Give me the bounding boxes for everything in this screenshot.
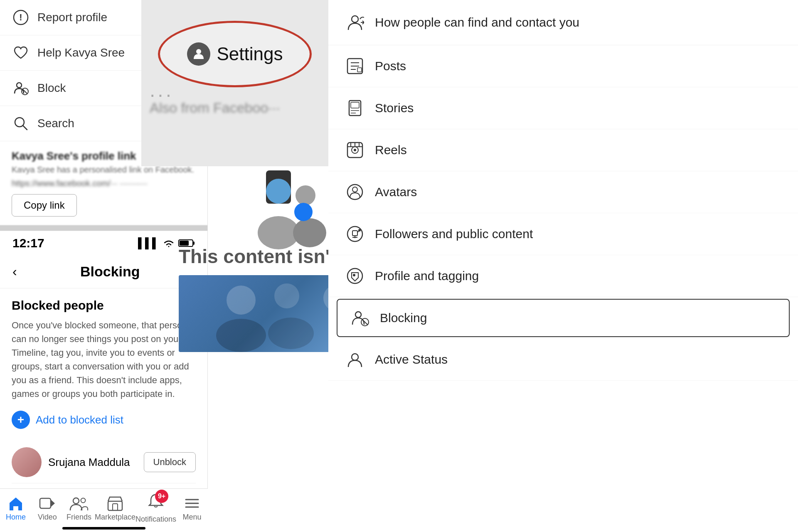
- user-block-icon: [12, 80, 29, 96]
- tag-icon: [345, 266, 365, 286]
- stories-label: Stories: [375, 101, 414, 115]
- svg-line-61: [362, 319, 368, 325]
- nav-friends[interactable]: Friends: [63, 495, 95, 522]
- svg-point-27: [227, 286, 256, 315]
- middle-settings-area: Settings Also from Faceboo··· ···: [141, 0, 328, 166]
- nav-marketplace[interactable]: Marketplace: [95, 495, 135, 522]
- settings-item-avatars[interactable]: Avatars: [328, 171, 798, 213]
- active-status-label: Active Status: [375, 352, 448, 367]
- video-icon: [39, 495, 56, 511]
- svg-point-32: [352, 16, 358, 22]
- posts-icon: [345, 56, 365, 76]
- svg-point-2: [17, 83, 22, 88]
- alert-circle-icon: !: [12, 9, 29, 26]
- blocking-label: Blocking: [380, 311, 427, 325]
- status-bar: 12:17 ▌▌▌: [0, 231, 207, 255]
- bottom-navigation: Home Video Friends: [0, 488, 208, 532]
- svg-point-30: [216, 319, 266, 352]
- user-name-srujana: Srujana Maddula: [48, 456, 137, 469]
- notification-badge: 9+: [155, 490, 168, 503]
- blocked-description: Once you've blocked someone, that person…: [12, 318, 196, 401]
- nav-home-label: Home: [6, 513, 26, 522]
- svg-rect-52: [352, 231, 357, 236]
- nav-notifications-label: Notifications: [135, 515, 176, 524]
- wifi-icon: [163, 238, 175, 248]
- home-indicator: [62, 527, 145, 530]
- settings-item-reels[interactable]: Reels: [328, 129, 798, 171]
- nav-friends-label: Friends: [66, 513, 91, 522]
- svg-point-28: [274, 283, 299, 308]
- svg-point-56: [358, 229, 361, 232]
- stories-icon: [345, 98, 365, 118]
- report-label: Report profile: [37, 11, 107, 24]
- svg-point-31: [268, 318, 314, 349]
- home-icon: [7, 495, 25, 511]
- svg-point-51: [347, 227, 362, 241]
- nav-menu[interactable]: Menu: [176, 495, 208, 522]
- back-button[interactable]: ‹: [12, 264, 17, 279]
- settings-item-posts[interactable]: Posts: [328, 45, 798, 87]
- search-label: Search: [37, 117, 74, 130]
- bell-icon: 9+: [148, 493, 164, 513]
- nav-home[interactable]: Home: [0, 495, 32, 522]
- settings-item-stories[interactable]: Stories: [328, 87, 798, 129]
- nav-menu-label: Menu: [183, 513, 202, 522]
- posts-label: Posts: [375, 59, 406, 73]
- svg-point-12: [73, 498, 79, 504]
- svg-rect-37: [357, 68, 362, 72]
- marketplace-icon: [106, 495, 124, 511]
- svg-line-6: [23, 126, 27, 130]
- settings-container: Settings: [154, 17, 316, 91]
- active-status-icon: [345, 350, 365, 369]
- status-time: 12:17: [12, 236, 44, 250]
- svg-point-50: [352, 187, 357, 192]
- profile-url: https://www.facebook.com/··· ···········…: [12, 179, 196, 188]
- settings-label: Settings: [217, 44, 283, 64]
- how-people-item[interactable]: How people can find and contact you: [328, 0, 798, 45]
- svg-point-59: [355, 312, 361, 318]
- svg-point-26: [294, 203, 313, 221]
- right-settings-panel: How people can find and contact you Post…: [328, 0, 798, 532]
- how-people-label: How people can find and contact you: [375, 15, 579, 30]
- reels-icon: [345, 140, 365, 160]
- menu-icon: [183, 495, 201, 511]
- signal-icon: ▌▌▌: [138, 237, 159, 249]
- blocked-user-row: Srujana Maddula Unblock: [12, 441, 196, 483]
- svg-rect-39: [351, 102, 359, 108]
- nav-marketplace-label: Marketplace: [95, 513, 135, 522]
- reels-label: Reels: [375, 143, 407, 157]
- nav-video[interactable]: Video: [32, 495, 63, 522]
- blocking-icon: [350, 308, 370, 328]
- svg-point-20: [196, 49, 201, 54]
- blocking-header: ‹ Blocking: [0, 255, 207, 288]
- profile-link-desc: Kavya Sree has a personalised link on Fa…: [12, 165, 196, 175]
- nav-notifications[interactable]: 9+ Notifications: [135, 493, 176, 524]
- add-to-blocked-list[interactable]: + Add to blocked list: [12, 411, 196, 429]
- svg-marker-11: [51, 500, 55, 507]
- blocking-title: Blocking: [25, 264, 195, 280]
- copy-link-button[interactable]: Copy link: [12, 194, 77, 217]
- settings-item-active-status[interactable]: Active Status: [328, 339, 798, 381]
- svg-rect-14: [108, 501, 122, 510]
- settings-item-followers[interactable]: Followers and public content: [328, 213, 798, 255]
- gray-divider: [0, 226, 207, 231]
- settings-item-profile-tagging[interactable]: Profile and tagging: [328, 255, 798, 297]
- add-icon: +: [12, 411, 30, 429]
- svg-rect-10: [40, 498, 51, 508]
- profile-tagging-label: Profile and tagging: [375, 269, 479, 283]
- followers-label: Followers and public content: [375, 227, 533, 241]
- svg-point-58: [353, 274, 355, 276]
- add-blocked-text: Add to blocked list: [36, 414, 123, 426]
- settings-circle: Settings: [158, 21, 312, 87]
- block-label: Block: [37, 81, 66, 95]
- settings-item-blocking[interactable]: Blocking: [337, 299, 790, 337]
- unblock-button-srujana[interactable]: Unblock: [144, 452, 196, 472]
- heart-icon: [12, 44, 29, 61]
- svg-point-62: [352, 354, 358, 360]
- avatars-label: Avatars: [375, 185, 417, 199]
- svg-point-13: [81, 498, 85, 502]
- friends-icon: [69, 495, 89, 511]
- user-avatar-srujana: [12, 447, 42, 477]
- svg-rect-8: [193, 241, 195, 245]
- how-people-icon: [345, 12, 365, 32]
